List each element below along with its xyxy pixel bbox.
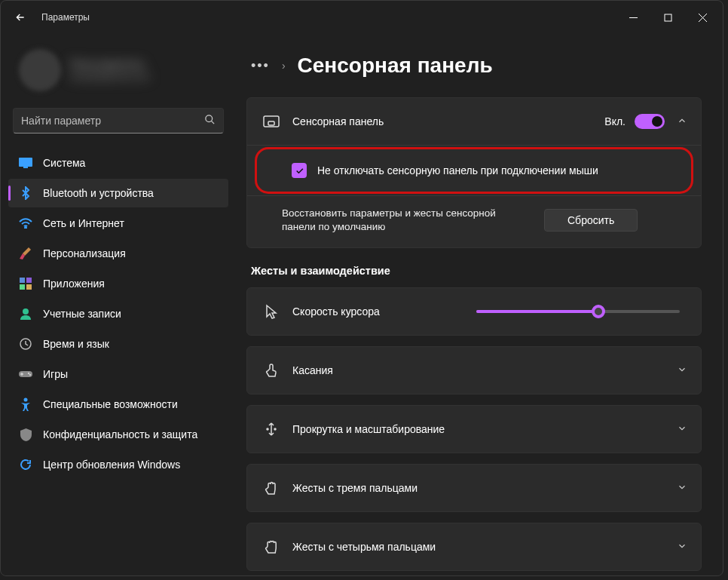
sidebar: Пользователь example@mail.com Система Bl… xyxy=(1,34,234,575)
svg-rect-0 xyxy=(665,14,671,21)
user-email: example@mail.com xyxy=(70,72,150,82)
svg-point-17 xyxy=(267,428,268,430)
accessibility-icon xyxy=(19,397,32,411)
titlebar: Параметры xyxy=(1,1,723,34)
touchpad-toggle[interactable] xyxy=(635,114,665,129)
scroll-icon xyxy=(261,422,282,437)
chevron-down-icon[interactable] xyxy=(677,364,687,377)
brush-icon xyxy=(19,247,32,260)
svg-point-13 xyxy=(29,374,31,376)
sidebar-item-gaming[interactable]: Игры xyxy=(8,360,228,388)
sidebar-item-accounts[interactable]: Учетные записи xyxy=(8,299,228,328)
touchpad-card: Сенсорная панель Вкл. Не отключать сенсо… xyxy=(246,97,702,248)
svg-point-18 xyxy=(274,428,276,430)
chevron-down-icon[interactable] xyxy=(677,482,687,495)
sidebar-item-label: Конфиденциальность и защита xyxy=(43,428,197,440)
cursor-speed-card: Скорость курсора xyxy=(246,287,702,336)
svg-point-4 xyxy=(25,227,26,229)
three-finger-card[interactable]: Жесты с тремя пальцами xyxy=(246,464,702,512)
touchpad-toggle-row[interactable]: Сенсорная панель Вкл. xyxy=(247,98,701,145)
reset-description: Восстановить параметры и жесты сенсорной… xyxy=(282,207,531,234)
gesture-label: Касания xyxy=(292,364,677,376)
window-title: Параметры xyxy=(41,12,90,23)
svg-rect-7 xyxy=(20,284,25,290)
chevron-down-icon[interactable] xyxy=(677,541,687,554)
cursor-icon xyxy=(261,304,282,319)
toggle-state-label: Вкл. xyxy=(604,115,626,127)
close-button[interactable] xyxy=(685,5,720,29)
keep-on-mouse-row[interactable]: Не отключать сенсорную панель при подклю… xyxy=(257,149,691,192)
gesture-label: Жесты с тремя пальцами xyxy=(292,482,677,494)
sidebar-item-label: Сеть и Интернет xyxy=(43,217,124,229)
chevron-right-icon: › xyxy=(282,60,286,72)
svg-rect-6 xyxy=(26,278,32,283)
svg-rect-16 xyxy=(268,121,274,125)
svg-rect-8 xyxy=(26,284,32,290)
sidebar-item-label: Bluetooth и устройства xyxy=(43,187,154,199)
cursor-speed-row[interactable]: Скорость курсора xyxy=(247,288,701,335)
game-icon xyxy=(19,367,32,381)
main-content: ••• › Сенсорная панель Сенсорная панель … xyxy=(234,34,723,575)
wifi-icon xyxy=(19,216,32,230)
sidebar-item-accessibility[interactable]: Специальные возможности xyxy=(8,390,228,419)
clock-icon xyxy=(19,337,32,351)
user-block[interactable]: Пользователь example@mail.com xyxy=(8,41,228,103)
display-icon xyxy=(19,156,32,170)
sidebar-item-label: Приложения xyxy=(43,278,105,290)
svg-point-1 xyxy=(206,115,213,122)
minimize-button[interactable] xyxy=(616,5,650,29)
touchpad-label: Сенсорная панель xyxy=(292,115,604,127)
keep-on-mouse-label: Не отключать сенсорную панель при подклю… xyxy=(317,164,598,176)
sidebar-item-system[interactable]: Система xyxy=(8,149,228,177)
cursor-speed-label: Скорость курсора xyxy=(292,305,476,318)
search-input[interactable] xyxy=(21,115,204,127)
chevron-down-icon[interactable] xyxy=(677,423,687,436)
sidebar-item-label: Игры xyxy=(43,368,68,380)
nav-list: Система Bluetooth и устройства Сеть и Ин… xyxy=(8,149,228,479)
hand-icon xyxy=(261,539,282,554)
search-icon xyxy=(204,114,216,127)
sidebar-item-privacy[interactable]: Конфиденциальность и защита xyxy=(8,420,228,449)
svg-rect-2 xyxy=(19,158,32,167)
sidebar-item-label: Время и язык xyxy=(43,338,109,350)
cursor-speed-slider-wrap xyxy=(476,310,680,313)
sidebar-item-label: Система xyxy=(43,157,85,169)
svg-rect-3 xyxy=(23,167,28,168)
breadcrumb: ••• › Сенсорная панель xyxy=(251,54,702,78)
sidebar-item-personalization[interactable]: Персонализация xyxy=(8,239,228,268)
avatar xyxy=(19,49,61,91)
sidebar-item-label: Учетные записи xyxy=(43,308,121,320)
highlight-box: Не отключать сенсорную панель при подклю… xyxy=(255,147,693,194)
cursor-speed-slider[interactable] xyxy=(476,310,680,313)
gestures-heading: Жесты и взаимодействие xyxy=(251,265,702,277)
shield-icon xyxy=(19,428,32,441)
keep-on-mouse-checkbox[interactable] xyxy=(292,163,307,178)
gesture-label: Жесты с четырьмя пальцами xyxy=(292,541,677,553)
sidebar-item-label: Персонализация xyxy=(43,247,126,259)
page-title: Сенсорная панель xyxy=(298,54,493,78)
touchpad-icon xyxy=(261,115,282,127)
sidebar-item-apps[interactable]: Приложения xyxy=(8,269,228,298)
gesture-label: Прокрутка и масштабирование xyxy=(292,423,677,435)
reset-button[interactable]: Сбросить xyxy=(544,209,638,232)
four-finger-card[interactable]: Жесты с четырьмя пальцами xyxy=(246,523,702,571)
reset-row: Восстановить параметры и жесты сенсорной… xyxy=(247,196,701,247)
settings-window: Параметры Пользователь example@mail.com xyxy=(0,0,723,576)
chevron-up-icon[interactable] xyxy=(677,115,687,128)
slider-thumb[interactable] xyxy=(592,305,605,318)
svg-point-14 xyxy=(24,398,28,402)
search-box[interactable] xyxy=(13,108,224,133)
taps-card[interactable]: Касания xyxy=(246,346,702,394)
sidebar-item-update[interactable]: Центр обновления Windows xyxy=(8,450,228,479)
scroll-zoom-card[interactable]: Прокрутка и масштабирование xyxy=(246,405,702,453)
sidebar-item-time-language[interactable]: Время и язык xyxy=(8,330,228,358)
svg-point-12 xyxy=(28,373,29,374)
sidebar-item-bluetooth[interactable]: Bluetooth и устройства xyxy=(8,179,228,207)
bluetooth-icon xyxy=(19,186,32,200)
back-button[interactable] xyxy=(8,5,32,29)
sidebar-item-network[interactable]: Сеть и Интернет xyxy=(8,209,228,238)
update-icon xyxy=(19,458,32,471)
breadcrumb-more-icon[interactable]: ••• xyxy=(251,58,270,74)
user-info: Пользователь example@mail.com xyxy=(70,58,150,82)
maximize-button[interactable] xyxy=(650,5,685,29)
